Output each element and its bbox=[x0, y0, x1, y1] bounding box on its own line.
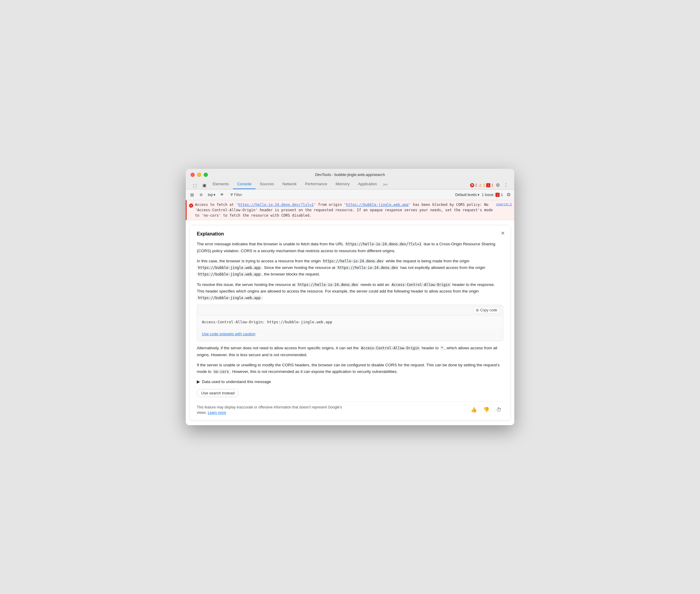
explanation-para3: To resolve this issue, the server hostin… bbox=[197, 282, 503, 301]
caution-link[interactable]: Use code snippets with caution bbox=[202, 331, 255, 337]
warning-badge: ⚠ 1 bbox=[479, 183, 485, 188]
server-code-1: https://hello-io-24.deno.dev bbox=[336, 265, 399, 270]
console-content: ✕ Access to fetch at 'https://hello-io-2… bbox=[186, 200, 514, 425]
header-code-2: Access-Control-Allow-Origin bbox=[360, 346, 420, 351]
filter-icon: ⧩ bbox=[230, 193, 233, 197]
panel-body: The error message indicates that the bro… bbox=[197, 241, 503, 415]
data-used-row[interactable]: ▶ Data used to understand this message bbox=[197, 378, 503, 385]
minimize-button[interactable] bbox=[197, 173, 201, 177]
more-tabs-button[interactable]: >> bbox=[381, 180, 389, 189]
footer-disclaimer: This feature may display inaccurate or o… bbox=[197, 404, 346, 415]
panel-title: Explanation bbox=[197, 231, 503, 237]
origin-url-link[interactable]: https://bubble-jingle.web.app bbox=[346, 203, 409, 207]
tab-application[interactable]: Application bbox=[354, 179, 381, 189]
explanation-para1: The error message indicates that the bro… bbox=[197, 241, 503, 254]
clear-console-icon[interactable]: ⊘ bbox=[197, 191, 205, 199]
origin-code-2: https://bubble-jingle.web.app bbox=[197, 265, 262, 270]
more-options-icon[interactable]: ⋮ bbox=[502, 181, 510, 189]
inspect-icon[interactable]: ⬚ bbox=[190, 182, 199, 189]
explanation-para2: In this case, the browser is trying to a… bbox=[197, 258, 503, 278]
explanation-panel: ✕ Explanation The error message indicate… bbox=[189, 225, 511, 420]
code-block-toolbar: ⧉ Copy code bbox=[197, 305, 503, 316]
header-code-1: Access-Control-Allow-Origin bbox=[391, 283, 451, 287]
code-block: ⧉ Copy code Access-Control-Allow-Origin:… bbox=[197, 305, 503, 341]
issues-icon: i bbox=[495, 193, 500, 197]
explanation-para5: If the server is unable or unwilling to … bbox=[197, 362, 503, 375]
info-icon: i bbox=[486, 183, 490, 187]
thumbs-up-button[interactable]: 👍 bbox=[469, 405, 478, 415]
copy-icon: ⧉ bbox=[476, 308, 479, 312]
triangle-icon: ▶ bbox=[197, 378, 200, 385]
filter-area[interactable]: ⧩ Filter bbox=[227, 192, 245, 198]
origin-code-4: https://bubble-jingle.web.app bbox=[197, 296, 262, 300]
feedback-icons: 👍 👎 ⏱ bbox=[469, 405, 503, 415]
error-row-icon: ✕ bbox=[189, 203, 193, 208]
tab-console[interactable]: Console bbox=[233, 179, 256, 189]
levels-dropdown-icon: ▾ bbox=[478, 193, 479, 197]
toolbar-right-secondary: Default levels ▾ 1 Issue: i 1 ⚙ bbox=[455, 191, 512, 199]
context-dropdown-icon: ▾ bbox=[213, 193, 215, 197]
info-badge: i 1 bbox=[486, 183, 493, 187]
maximize-button[interactable] bbox=[204, 173, 208, 177]
copy-code-button[interactable]: ⧉ Copy code bbox=[473, 307, 500, 314]
close-panel-button[interactable]: ✕ bbox=[499, 229, 506, 237]
log-levels-selector[interactable]: Default levels ▾ bbox=[455, 193, 479, 197]
fetch-url-link[interactable]: https://hello-io-24.deno.dev/?lvl=1 bbox=[238, 203, 314, 207]
titlebar: DevTools - bubble-jingle.web.app/search … bbox=[186, 169, 514, 190]
learn-more-link[interactable]: Learn more bbox=[208, 410, 226, 415]
tab-memory[interactable]: Memory bbox=[331, 179, 354, 189]
window-title: DevTools - bubble-jingle.web.app/search bbox=[315, 172, 385, 177]
settings-icon[interactable]: ⚙ bbox=[494, 181, 501, 189]
code-block-body: Access-Control-Allow-Origin: https://bub… bbox=[197, 316, 503, 329]
origin-code-1: https://hello-io-24.deno.dev bbox=[322, 259, 385, 264]
filter-label: Filter bbox=[234, 193, 242, 197]
use-search-button[interactable]: Use search instead bbox=[197, 389, 239, 397]
sidebar-toggle-icon[interactable]: ▤ bbox=[188, 191, 196, 199]
error-circle-icon: ✕ bbox=[189, 203, 193, 208]
eye-icon[interactable]: 👁 bbox=[218, 191, 226, 199]
tab-performance[interactable]: Performance bbox=[301, 179, 331, 189]
secondary-toolbar: ▤ ⊘ top ▾ 👁 ⧩ Filter Default levels ▾ 1 … bbox=[186, 190, 514, 200]
tab-elements[interactable]: Elements bbox=[208, 179, 233, 189]
wildcard-code: * bbox=[440, 346, 444, 351]
error-source-link[interactable]: search:1 bbox=[496, 202, 512, 207]
tab-sources[interactable]: Sources bbox=[256, 179, 278, 189]
error-badge: ✕ 2 bbox=[470, 183, 477, 187]
panel-footer: This feature may display inaccurate or o… bbox=[197, 401, 503, 415]
toolbar-right: ✕ 2 ⚠ 1 i 1 ⚙ ⋮ bbox=[470, 181, 510, 189]
error-row: ✕ Access to fetch at 'https://hello-io-2… bbox=[186, 200, 514, 220]
tab-bar: ⬚ ▣ Elements Console Sources Network Per… bbox=[190, 179, 510, 189]
error-text: Access to fetch at 'https://hello-io-24.… bbox=[195, 202, 494, 218]
context-selector[interactable]: top ▾ bbox=[206, 192, 217, 198]
origin-code-3: https://bubble-jingle.web.app bbox=[197, 272, 262, 277]
traffic-lights bbox=[190, 173, 208, 177]
url-code-1: https://hello-io-24.deno.dev/?lvl=1 bbox=[345, 242, 423, 246]
error-icon: ✕ bbox=[470, 183, 474, 187]
titlebar-top: DevTools - bubble-jingle.web.app/search bbox=[190, 172, 510, 177]
context-label: top bbox=[208, 193, 213, 197]
device-icon[interactable]: ▣ bbox=[200, 182, 208, 189]
console-settings-icon[interactable]: ⚙ bbox=[505, 191, 512, 199]
devtools-window: DevTools - bubble-jingle.web.app/search … bbox=[186, 169, 514, 425]
issues-indicator: 1 Issue: i 1 bbox=[482, 193, 503, 197]
flag-button[interactable]: ⏱ bbox=[494, 405, 503, 415]
server-code-2: https://hello-io-24.deno.dev bbox=[296, 283, 359, 287]
close-button[interactable] bbox=[190, 173, 195, 177]
warning-icon: ⚠ bbox=[479, 183, 482, 188]
explanation-para4: Alternatively, if the server does not ne… bbox=[197, 345, 503, 358]
no-cors-code: no-cors bbox=[213, 369, 230, 374]
thumbs-down-button[interactable]: 👎 bbox=[482, 405, 491, 415]
tab-network[interactable]: Network bbox=[278, 179, 301, 189]
